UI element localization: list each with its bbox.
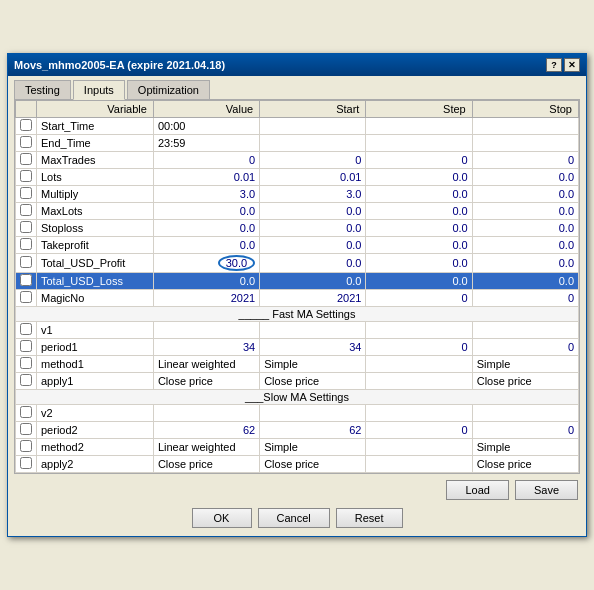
- ok-button[interactable]: OK: [192, 508, 252, 528]
- row-stop[interactable]: 0.0: [472, 254, 578, 273]
- row-value[interactable]: 30.0: [153, 254, 259, 273]
- row-value[interactable]: [153, 322, 259, 339]
- row-stop[interactable]: [472, 135, 578, 152]
- row-value[interactable]: 23:59: [153, 135, 259, 152]
- row-value[interactable]: 0.0: [153, 237, 259, 254]
- row-step[interactable]: [366, 356, 472, 373]
- row-step[interactable]: 0: [366, 290, 472, 307]
- row-start[interactable]: 62: [260, 422, 366, 439]
- table-row[interactable]: Total_USD_Profit30.00.00.00.0: [16, 254, 579, 273]
- row-start[interactable]: 0.0: [260, 203, 366, 220]
- row-stop[interactable]: Simple: [472, 356, 578, 373]
- row-value[interactable]: 0: [153, 152, 259, 169]
- row-checkbox[interactable]: [20, 291, 32, 303]
- row-stop[interactable]: [472, 405, 578, 422]
- load-button[interactable]: Load: [446, 480, 508, 500]
- row-start[interactable]: [260, 118, 366, 135]
- row-checkbox[interactable]: [20, 221, 32, 233]
- row-start[interactable]: [260, 322, 366, 339]
- row-checkbox[interactable]: [20, 406, 32, 418]
- row-checkbox-cell[interactable]: [16, 456, 37, 473]
- table-row[interactable]: apply1Close priceClose priceClose price: [16, 373, 579, 390]
- help-button[interactable]: ?: [546, 58, 562, 72]
- row-step[interactable]: 0: [366, 152, 472, 169]
- row-checkbox-cell[interactable]: [16, 373, 37, 390]
- row-step[interactable]: 0.0: [366, 254, 472, 273]
- table-row[interactable]: Multiply3.03.00.00.0: [16, 186, 579, 203]
- row-checkbox[interactable]: [20, 136, 32, 148]
- row-checkbox[interactable]: [20, 204, 32, 216]
- row-stop[interactable]: 0: [472, 422, 578, 439]
- parameters-table-container[interactable]: Variable Value Start Step Stop Start_Tim…: [15, 100, 579, 473]
- row-step[interactable]: 0.0: [366, 203, 472, 220]
- row-checkbox[interactable]: [20, 153, 32, 165]
- row-checkbox-cell[interactable]: [16, 322, 37, 339]
- table-row[interactable]: _____ Fast MA Settings: [16, 307, 579, 322]
- row-start[interactable]: 0.0: [260, 220, 366, 237]
- row-value[interactable]: 0.0: [153, 220, 259, 237]
- row-start[interactable]: Simple: [260, 356, 366, 373]
- row-checkbox-cell[interactable]: [16, 290, 37, 307]
- row-checkbox[interactable]: [20, 340, 32, 352]
- row-value[interactable]: Linear weighted: [153, 439, 259, 456]
- row-checkbox-cell[interactable]: [16, 169, 37, 186]
- row-start[interactable]: Close price: [260, 456, 366, 473]
- row-checkbox[interactable]: [20, 423, 32, 435]
- row-step[interactable]: 0.0: [366, 220, 472, 237]
- row-checkbox-cell[interactable]: [16, 405, 37, 422]
- row-checkbox-cell[interactable]: [16, 220, 37, 237]
- table-row[interactable]: method2Linear weightedSimpleSimple: [16, 439, 579, 456]
- cancel-button[interactable]: Cancel: [258, 508, 330, 528]
- row-checkbox-cell[interactable]: [16, 135, 37, 152]
- row-start[interactable]: Close price: [260, 373, 366, 390]
- row-checkbox-cell[interactable]: [16, 118, 37, 135]
- row-stop[interactable]: 0: [472, 152, 578, 169]
- row-checkbox[interactable]: [20, 457, 32, 469]
- row-stop[interactable]: 0.0: [472, 220, 578, 237]
- row-step[interactable]: [366, 118, 472, 135]
- reset-button[interactable]: Reset: [336, 508, 403, 528]
- row-stop[interactable]: 0.0: [472, 273, 578, 290]
- row-start[interactable]: 0.0: [260, 254, 366, 273]
- row-step[interactable]: [366, 439, 472, 456]
- row-value[interactable]: 0.01: [153, 169, 259, 186]
- row-checkbox[interactable]: [20, 256, 32, 268]
- row-step[interactable]: [366, 322, 472, 339]
- row-stop[interactable]: 0.0: [472, 237, 578, 254]
- row-checkbox-cell[interactable]: [16, 356, 37, 373]
- row-value[interactable]: 34: [153, 339, 259, 356]
- table-row[interactable]: period2626200: [16, 422, 579, 439]
- row-stop[interactable]: Close price: [472, 456, 578, 473]
- tab-testing[interactable]: Testing: [14, 80, 71, 99]
- tab-inputs[interactable]: Inputs: [73, 80, 125, 100]
- row-checkbox-cell[interactable]: [16, 339, 37, 356]
- table-row[interactable]: Total_USD_Loss0.00.00.00.0: [16, 273, 579, 290]
- row-stop[interactable]: 0.0: [472, 186, 578, 203]
- row-step[interactable]: [366, 373, 472, 390]
- row-step[interactable]: [366, 405, 472, 422]
- table-row[interactable]: v2: [16, 405, 579, 422]
- row-value[interactable]: Close price: [153, 456, 259, 473]
- row-start[interactable]: Simple: [260, 439, 366, 456]
- row-checkbox-cell[interactable]: [16, 203, 37, 220]
- table-row[interactable]: method1Linear weightedSimpleSimple: [16, 356, 579, 373]
- row-stop[interactable]: 0.0: [472, 169, 578, 186]
- row-stop[interactable]: [472, 322, 578, 339]
- row-start[interactable]: 0: [260, 152, 366, 169]
- row-start[interactable]: 0.0: [260, 273, 366, 290]
- save-button[interactable]: Save: [515, 480, 578, 500]
- row-checkbox[interactable]: [20, 357, 32, 369]
- table-row[interactable]: End_Time23:59: [16, 135, 579, 152]
- row-value[interactable]: 00:00: [153, 118, 259, 135]
- row-checkbox[interactable]: [20, 187, 32, 199]
- row-start[interactable]: 0.01: [260, 169, 366, 186]
- row-stop[interactable]: Close price: [472, 373, 578, 390]
- row-value[interactable]: [153, 405, 259, 422]
- close-button[interactable]: ✕: [564, 58, 580, 72]
- row-step[interactable]: 0.0: [366, 273, 472, 290]
- row-step[interactable]: 0: [366, 422, 472, 439]
- table-row[interactable]: Lots0.010.010.00.0: [16, 169, 579, 186]
- row-stop[interactable]: Simple: [472, 439, 578, 456]
- row-step[interactable]: 0.0: [366, 237, 472, 254]
- table-row[interactable]: MaxTrades0000: [16, 152, 579, 169]
